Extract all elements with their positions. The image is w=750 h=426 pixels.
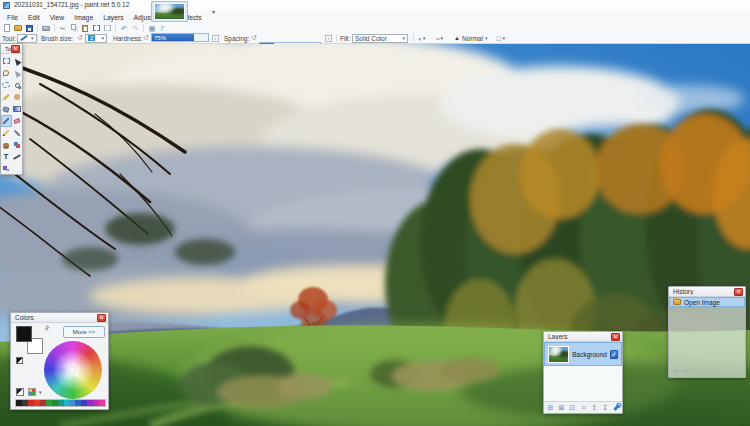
black-white-reset-icon[interactable] xyxy=(16,388,24,396)
history-undo-icon[interactable]: ↶ xyxy=(673,368,679,375)
hardness-slider[interactable]: 75% xyxy=(151,33,209,42)
tool-gradient[interactable] xyxy=(12,103,23,115)
more-button[interactable]: More >> xyxy=(63,326,105,338)
paintbrush-icon xyxy=(20,35,29,42)
palette-swatch[interactable] xyxy=(99,400,105,406)
wrench-icon xyxy=(613,404,620,411)
hardness-reset-icon[interactable]: ↺ xyxy=(143,33,149,43)
selection-clipping-dropdown[interactable]: ◻ ▾ xyxy=(496,33,505,43)
add-new-layer-button[interactable]: ⊞ xyxy=(546,403,555,412)
move-selected-pixels-icon xyxy=(12,56,21,65)
canvas-viewport[interactable] xyxy=(0,44,750,426)
palette-menu-icon[interactable] xyxy=(28,388,36,396)
close-icon[interactable]: × xyxy=(97,314,106,322)
spacing-finetune-button[interactable]: + xyxy=(325,33,332,43)
menu-edit[interactable]: Edit xyxy=(24,13,44,22)
tool-lasso-select[interactable] xyxy=(1,67,12,79)
primary-color-swatch[interactable] xyxy=(16,326,32,342)
layers-panel-titlebar[interactable]: Layers × xyxy=(544,332,622,342)
color-wheel[interactable] xyxy=(44,341,102,399)
clone-stamp-icon xyxy=(3,143,9,147)
pixel-grid-button[interactable]: ▦ xyxy=(147,24,157,33)
copy-button[interactable] xyxy=(69,24,79,33)
cut-button[interactable]: ✂ xyxy=(58,24,68,33)
tool-line-curve[interactable] xyxy=(12,151,23,163)
save-button[interactable] xyxy=(24,24,34,33)
close-icon[interactable]: × xyxy=(11,45,20,53)
tool-paint-bucket[interactable] xyxy=(1,103,12,115)
menu-file[interactable]: File xyxy=(3,13,22,22)
hardness-value: 75% xyxy=(154,35,166,41)
brush-size-combo[interactable]: 2 ▾ xyxy=(85,33,107,43)
gradient-icon xyxy=(13,106,21,112)
fill-style-dropdown[interactable]: Solid Color ▾ xyxy=(352,33,408,43)
tool-eraser[interactable] xyxy=(12,115,23,127)
tool-options-bar: Tool: ▾ Brush size: ↺ 2 ▾ Hardness: ↺ 75… xyxy=(0,33,750,44)
tool-move-selected-pixels[interactable] xyxy=(12,55,23,67)
default-colors-swatch[interactable] xyxy=(16,357,23,364)
history-panel-titlebar[interactable]: History × xyxy=(669,287,745,297)
spacing-reset-icon[interactable]: ↺ xyxy=(251,33,257,43)
tool-pan[interactable] xyxy=(12,91,23,103)
crop-to-selection-button[interactable] xyxy=(91,24,101,33)
color-wheel-indicator xyxy=(70,367,75,372)
window-title: 20231031_154721.jpg - paint.net 5.0.12 xyxy=(14,1,129,8)
menu-view[interactable]: View xyxy=(46,13,69,22)
blend-mode-dropdown[interactable]: ▲ Normal ▾ xyxy=(454,33,487,43)
chevron-down-icon: ▾ xyxy=(101,35,104,41)
layer-visibility-checkbox[interactable]: ✓ xyxy=(610,350,618,359)
history-item-open-image[interactable]: Open Image xyxy=(669,297,745,307)
swap-colors-icon[interactable]: ⇄ xyxy=(42,323,51,332)
duplicate-layer-button[interactable]: ⊡ xyxy=(568,403,577,412)
antialiasing-dropdown[interactable]: ◗ ▾ xyxy=(418,33,425,43)
new-file-button[interactable] xyxy=(2,24,12,33)
landscape-photo xyxy=(0,44,750,426)
tool-magic-wand[interactable] xyxy=(1,91,12,103)
tool-color-picker[interactable] xyxy=(12,127,23,139)
close-icon[interactable]: × xyxy=(611,333,620,341)
tool-clone-stamp[interactable] xyxy=(1,139,12,151)
layer-row-background[interactable]: Background ✓ xyxy=(544,342,622,366)
delete-layer-button[interactable]: ⊠ xyxy=(557,403,566,412)
open-file-button[interactable] xyxy=(13,24,23,33)
menu-image[interactable]: Image xyxy=(70,13,97,22)
close-icon[interactable]: × xyxy=(734,288,743,296)
tools-panel-titlebar[interactable]: Tools × xyxy=(1,44,22,54)
tool-ellipse-select[interactable] xyxy=(1,79,12,91)
brush-size-reset-icon[interactable]: ↺ xyxy=(77,33,83,43)
hardness-finetune-button[interactable]: + xyxy=(212,33,219,43)
colors-panel-title: Colors xyxy=(15,314,97,321)
history-redo-icon[interactable]: ↷ xyxy=(682,368,688,375)
tool-move-selection[interactable] xyxy=(12,67,23,79)
colors-panel-titlebar[interactable]: Colors × xyxy=(11,313,108,323)
ellipse-select-icon xyxy=(2,82,10,88)
smoothing-icon: ≈ xyxy=(436,35,440,42)
merge-layer-down-button[interactable]: ≡ xyxy=(579,403,588,412)
paste-button[interactable] xyxy=(80,24,90,33)
image-tab[interactable] xyxy=(151,1,188,22)
paintnet-window: 20231031_154721.jpg - paint.net 5.0.12 F… xyxy=(0,0,750,426)
tool-zoom[interactable] xyxy=(12,79,23,91)
standard-toolbar: ✂ ↶ ↷ ▦ Γ xyxy=(0,23,750,33)
deselect-button[interactable] xyxy=(102,24,112,33)
smoothing-dropdown[interactable]: ≈ ▾ xyxy=(436,33,443,43)
active-tool-dropdown[interactable]: ▾ xyxy=(17,33,37,43)
tool-text[interactable]: T xyxy=(1,151,12,163)
rulers-button[interactable]: Γ xyxy=(158,24,168,33)
options-separator xyxy=(37,34,38,42)
layer-properties-button[interactable] xyxy=(612,403,621,412)
undo-button[interactable]: ↶ xyxy=(119,24,129,33)
magic-wand-icon xyxy=(3,94,9,100)
redo-button[interactable]: ↷ xyxy=(130,24,140,33)
tool-pencil[interactable] xyxy=(1,127,12,139)
chevron-down-icon[interactable]: ▾ xyxy=(39,389,42,395)
tool-rectangle-select[interactable] xyxy=(1,55,12,67)
move-layer-down-button[interactable]: ↧ xyxy=(601,403,610,412)
print-button[interactable] xyxy=(41,24,51,33)
move-layer-up-button[interactable]: ↥ xyxy=(590,403,599,412)
tool-paintbrush[interactable] xyxy=(1,115,12,127)
menu-layers[interactable]: Layers xyxy=(99,13,127,22)
tab-list-chevron-icon[interactable]: ▾ xyxy=(212,8,215,15)
tool-recolor[interactable] xyxy=(12,139,23,151)
tool-shapes[interactable] xyxy=(1,163,12,175)
